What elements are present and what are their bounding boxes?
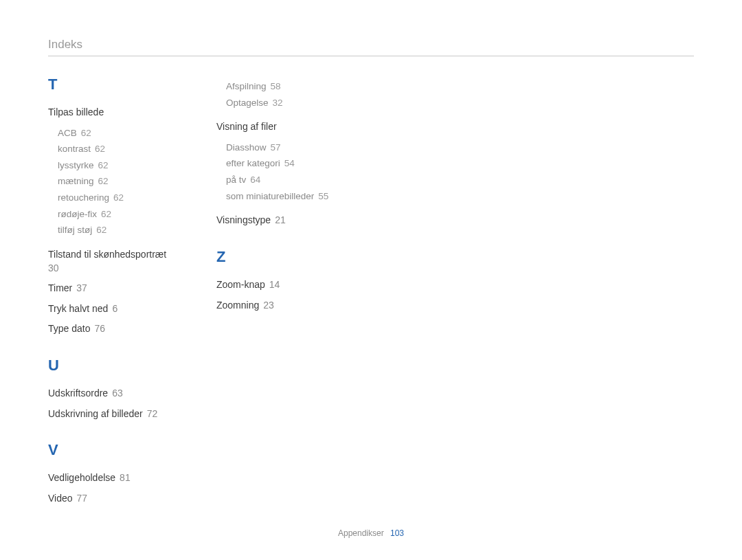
entry-tilpas-billede: Tilpas billede ACB62 kontrast62 lysstyrk… [48,106,196,238]
sub-item[interactable]: lysstyrke62 [58,157,196,174]
footer-page-number: 103 [390,528,404,538]
footer-section: Appendikser [338,528,384,538]
entry-typedato[interactable]: Type dato76 [48,322,196,336]
sub-item[interactable]: kontrast62 [58,141,196,157]
sub-item[interactable]: som miniaturebilleder55 [226,188,364,205]
entry-title: Visning af filer [216,120,364,134]
sub-item[interactable]: mætning62 [58,173,196,190]
entry-video[interactable]: Video77 [48,492,196,506]
entry-timer[interactable]: Timer37 [48,282,196,295]
sub-list: ACB62 kontrast62 lysstyrke62 mætning62 r… [58,125,196,238]
entry-vedligeholdelse[interactable]: Vedligeholdelse81 [48,471,196,485]
column-2: Afspilning58 Optagelse32 Visning af file… [216,76,364,512]
index-page: Indeks T Tilpas billede ACB62 kontrast62… [0,0,742,512]
sub-list: Diasshow57 efter kategori54 på tv64 som … [226,139,364,205]
entry-title: Tilpas billede [48,106,196,120]
entry-visningstype[interactable]: Visningstype21 [216,214,364,227]
sub-item[interactable]: Diasshow57 [226,139,364,156]
column-1: T Tilpas billede ACB62 kontrast62 lyssty… [48,76,196,512]
sub-item[interactable]: Optagelse32 [226,95,364,111]
section-letter-t: T [48,76,196,93]
entry-tryk[interactable]: Tryk halvt ned6 [48,302,196,316]
header-title: Indeks [48,38,694,52]
entry-tilstand[interactable]: Tilstand til skønhedsportræt 30 [48,248,196,275]
sub-item[interactable]: Afspilning58 [226,78,364,95]
page-header: Indeks [48,38,694,56]
sub-item[interactable]: tilføj støj62 [58,222,196,238]
section-letter-u: U [48,357,196,374]
sub-item[interactable]: rødøje-fix62 [58,206,196,223]
section-letter-z: Z [216,248,364,266]
entry-zoomknap[interactable]: Zoom-knap14 [216,278,364,292]
sub-item[interactable]: retouchering62 [58,190,196,206]
section-letter-v: V [48,441,196,459]
sub-item[interactable]: på tv64 [226,172,364,188]
entry-udskriftsordre[interactable]: Udskriftsordre63 [48,387,196,401]
index-columns: T Tilpas billede ACB62 kontrast62 lyssty… [48,76,694,512]
entry-zoomning[interactable]: Zoomning23 [216,299,364,313]
sub-item[interactable]: efter kategori54 [226,155,364,172]
page-footer: Appendikser 103 [0,528,742,538]
entry-visning-filer: Visning af filer Diasshow57 efter katego… [216,120,364,204]
sub-item[interactable]: ACB62 [58,125,196,142]
entry-udskrivning[interactable]: Udskrivning af billeder72 [48,407,196,421]
video-sub-list: Afspilning58 Optagelse32 [226,78,364,111]
